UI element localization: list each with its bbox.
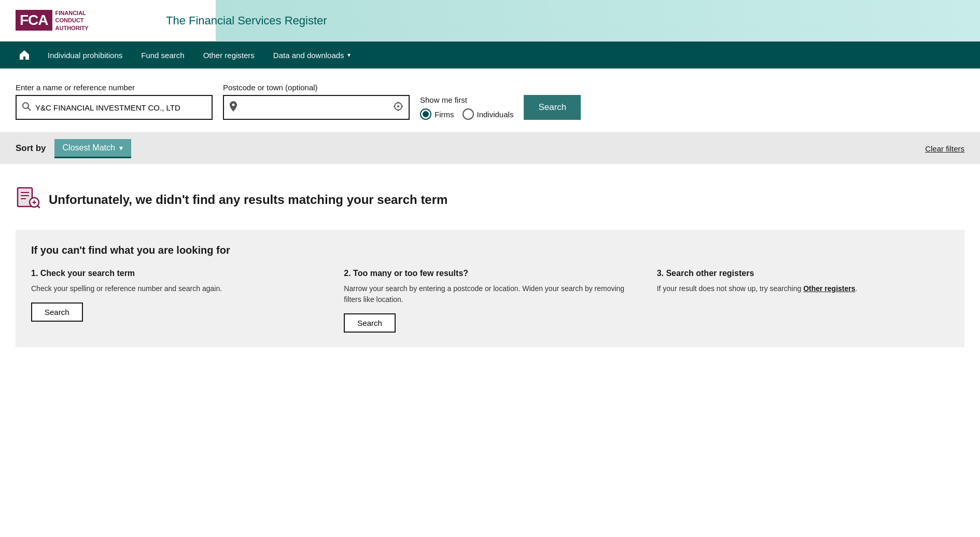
svg-line-1: [28, 107, 31, 110]
sort-left: Sort by Closest Match ▾: [16, 139, 131, 158]
radio-firms-circle: [420, 108, 431, 120]
name-input-wrapper: [16, 95, 213, 120]
other-registers-link[interactable]: Other registers: [803, 284, 855, 293]
clear-filters-button[interactable]: Clear filters: [925, 144, 964, 153]
help-box-title: If you can't find what you are looking f…: [31, 244, 949, 256]
nav-data-downloads-chevron-icon: ▾: [347, 51, 351, 59]
help-col2-title: 2. Too many or too few results?: [344, 269, 636, 278]
logo-area: FCA FINANCIAL CONDUCT AUTHORITY: [16, 9, 150, 32]
radio-group: Firms Individuals: [420, 108, 513, 120]
top-header: FCA FINANCIAL CONDUCT AUTHORITY The Fina…: [0, 0, 980, 42]
no-results-icon: [16, 185, 40, 214]
postcode-input-wrapper: [223, 95, 410, 120]
radio-firms-inner: [423, 111, 429, 117]
search-area: Enter a name or reference number Postcod…: [0, 68, 980, 133]
home-nav-icon[interactable]: [10, 49, 38, 61]
sort-chevron-icon: ▾: [119, 144, 123, 152]
help-col3-text: If your result does not show up, try sea…: [657, 283, 949, 294]
search-button[interactable]: Search: [524, 95, 581, 120]
radio-individuals[interactable]: Individuals: [463, 108, 514, 120]
help-col3-title: 3. Search other registers: [657, 269, 949, 278]
name-search-field: Enter a name or reference number: [16, 83, 213, 120]
radio-individuals-circle: [463, 108, 474, 120]
radio-firms-label: Firms: [435, 110, 454, 119]
main-nav: Individual prohibitions Fund search Othe…: [0, 42, 980, 68]
fca-abbreviation: FCA: [16, 10, 52, 31]
help-col1-text: Check your spelling or reference number …: [31, 283, 323, 294]
help-search-button-2[interactable]: Search: [344, 313, 396, 333]
radio-firms[interactable]: Firms: [420, 108, 454, 120]
help-columns: 1. Check your search term Check your spe…: [31, 269, 949, 333]
help-col1-title: 1. Check your search term: [31, 269, 323, 278]
sort-dropdown-button[interactable]: Closest Match ▾: [54, 139, 131, 158]
postcode-search-label: Postcode or town (optional): [223, 83, 410, 92]
location-pin-icon: [229, 101, 237, 114]
show-me-label: Show me first: [420, 95, 513, 104]
show-me-first: Show me first Firms Individuals: [420, 95, 513, 120]
help-col2-text: Narrow your search by entering a postcod…: [344, 283, 636, 305]
location-target-icon[interactable]: [393, 101, 403, 114]
fca-logo: FCA FINANCIAL CONDUCT AUTHORITY: [16, 9, 89, 32]
search-row: Enter a name or reference number Postcod…: [16, 83, 964, 120]
help-search-button-1[interactable]: Search: [31, 302, 83, 322]
name-input[interactable]: [35, 103, 206, 112]
sort-value: Closest Match: [63, 143, 115, 153]
nav-other-registers[interactable]: Other registers: [194, 42, 264, 68]
svg-line-14: [37, 205, 39, 208]
svg-point-3: [397, 105, 399, 107]
search-icon: [22, 102, 31, 114]
postcode-search-field: Postcode or town (optional): [223, 83, 410, 120]
sort-by-label: Sort by: [16, 143, 46, 154]
nav-fund-search[interactable]: Fund search: [132, 42, 193, 68]
no-results-title: Unfortunately, we didn't find any result…: [49, 192, 447, 207]
help-col-2: 2. Too many or too few results? Narrow y…: [344, 269, 636, 333]
nav-individual-prohibitions[interactable]: Individual prohibitions: [38, 42, 132, 68]
name-search-label: Enter a name or reference number: [16, 83, 213, 92]
fca-full-name: FINANCIAL CONDUCT AUTHORITY: [55, 9, 89, 32]
help-col-1: 1. Check your search term Check your spe…: [31, 269, 323, 333]
help-box: If you can't find what you are looking f…: [16, 230, 964, 347]
postcode-input[interactable]: [242, 103, 390, 112]
no-results-area: Unfortunately, we didn't find any result…: [0, 164, 980, 357]
sort-bar: Sort by Closest Match ▾ Clear filters: [0, 133, 980, 164]
help-col-3: 3. Search other registers If your result…: [657, 269, 949, 333]
radio-individuals-label: Individuals: [477, 110, 514, 119]
register-title: The Financial Services Register: [150, 14, 327, 27]
nav-data-downloads[interactable]: Data and downloads ▾: [264, 42, 360, 68]
no-results-header: Unfortunately, we didn't find any result…: [16, 185, 964, 214]
